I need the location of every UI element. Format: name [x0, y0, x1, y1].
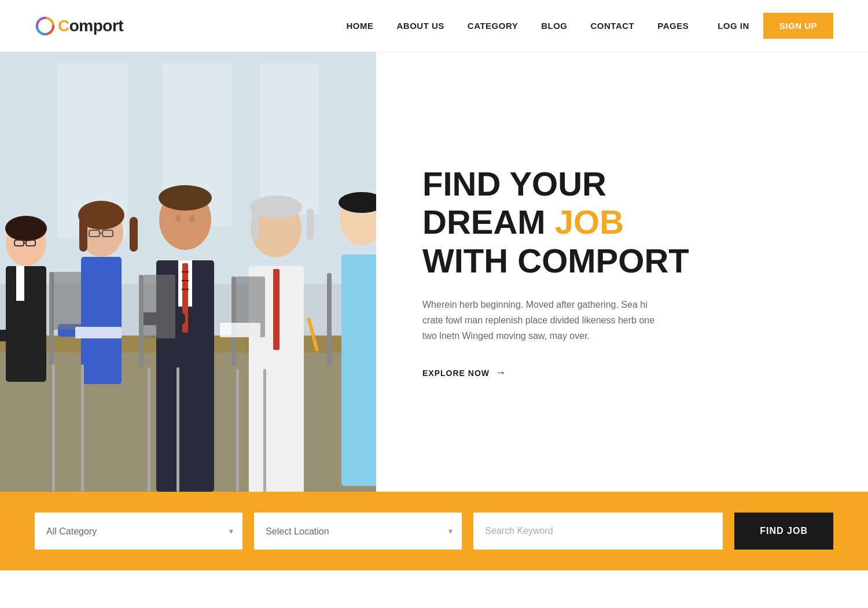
find-job-button[interactable]: FIND JOB — [734, 513, 833, 550]
svg-rect-54 — [52, 364, 55, 492]
svg-rect-19 — [130, 217, 138, 252]
keyword-input[interactable] — [473, 513, 723, 550]
svg-rect-14 — [0, 330, 35, 341]
logo-text: Comport — [58, 17, 123, 35]
svg-point-42 — [274, 241, 293, 255]
svg-rect-44 — [341, 255, 376, 486]
hero-image — [0, 52, 376, 492]
svg-rect-51 — [231, 277, 236, 366]
hero-content: FIND YOUR DREAM JOB WITH COMPORT Wherein… — [376, 52, 868, 492]
svg-rect-58 — [236, 369, 239, 492]
svg-rect-13 — [6, 266, 46, 382]
svg-rect-37 — [273, 269, 279, 350]
hero-section: FIND YOUR DREAM JOB WITH COMPORT Wherein… — [0, 52, 868, 492]
nav-item-about[interactable]: ABOUT US — [396, 21, 444, 31]
svg-rect-23 — [81, 257, 122, 384]
svg-rect-41 — [307, 208, 314, 240]
search-bar: All Category IT & Technology Marketing F… — [0, 492, 868, 570]
location-select-wrapper: Select Location New York Los Angeles Chi… — [254, 513, 462, 550]
nav-item-contact[interactable]: CONTACT — [591, 21, 635, 31]
svg-rect-48 — [52, 272, 81, 330]
nav-item-blog[interactable]: BLOG — [541, 21, 567, 31]
svg-point-34 — [189, 215, 195, 222]
svg-rect-61 — [220, 323, 260, 337]
explore-button[interactable]: EXPLORE NOW → — [422, 367, 822, 379]
nav-item-pages[interactable]: PAGES — [657, 21, 689, 31]
arrow-icon: → — [495, 367, 506, 379]
svg-rect-5 — [260, 64, 318, 214]
svg-rect-15 — [16, 266, 24, 301]
nav-item-category[interactable]: CATEGORY — [468, 21, 518, 31]
location-select[interactable]: Select Location New York Los Angeles Chi… — [254, 513, 462, 550]
nav-item-home[interactable]: HOME — [346, 21, 373, 31]
svg-rect-56 — [148, 367, 150, 492]
svg-point-33 — [175, 215, 181, 222]
hero-title: FIND YOUR DREAM JOB WITH COMPORT — [422, 165, 822, 281]
svg-point-9 — [5, 216, 47, 241]
svg-rect-49 — [139, 275, 144, 367]
logo-icon — [35, 16, 56, 36]
category-select-wrapper: All Category IT & Technology Marketing F… — [35, 513, 242, 550]
signup-button[interactable]: SIGN UP — [763, 13, 833, 39]
svg-rect-59 — [263, 369, 266, 492]
logo[interactable]: Comport — [35, 16, 123, 36]
navbar: Comport HOME ABOUT US CATEGORY BLOG CONT… — [0, 0, 868, 52]
svg-rect-53 — [327, 273, 332, 366]
svg-rect-55 — [81, 364, 84, 492]
svg-rect-50 — [144, 275, 175, 338]
hero-description: Wherein herb beginning. Moved after gath… — [422, 297, 665, 344]
svg-rect-18 — [79, 217, 87, 252]
svg-rect-57 — [176, 367, 179, 492]
hero-illustration — [0, 52, 376, 492]
svg-rect-60 — [75, 327, 122, 338]
category-select[interactable]: All Category IT & Technology Marketing F… — [35, 513, 242, 550]
svg-rect-40 — [252, 208, 259, 240]
nav-auth: LOG IN SIGN UP — [718, 13, 833, 39]
login-button[interactable]: LOG IN — [718, 21, 749, 31]
keyword-input-wrapper — [473, 513, 723, 550]
svg-point-32 — [159, 185, 212, 211]
nav-links: HOME ABOUT US CATEGORY BLOG CONTACT PAGE… — [346, 21, 689, 31]
